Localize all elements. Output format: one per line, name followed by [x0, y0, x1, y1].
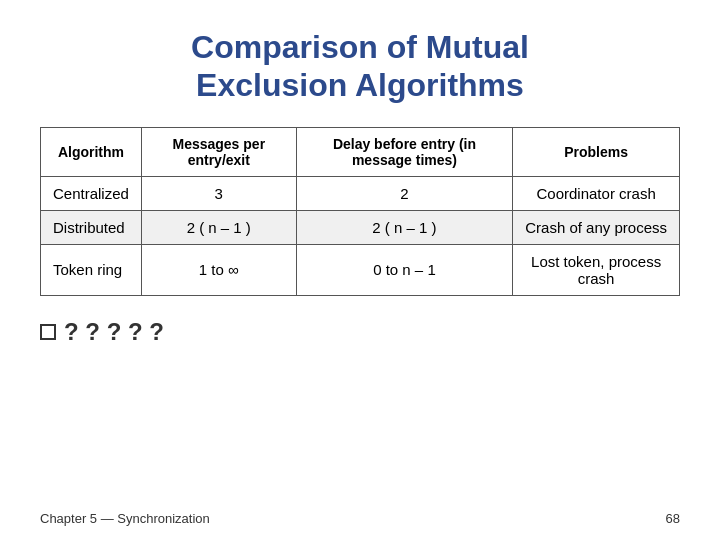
page-title: Comparison of Mutual Exclusion Algorithm…	[191, 28, 529, 105]
col-header-messages: Messages per entry/exit	[141, 127, 296, 176]
question-marks: ? ? ? ? ?	[64, 318, 164, 346]
comparison-table: Algorithm Messages per entry/exit Delay …	[40, 127, 680, 296]
col-header-problems: Problems	[513, 127, 680, 176]
col-header-algorithm: Algorithm	[41, 127, 142, 176]
messages-tokenring: 1 to ∞	[141, 244, 296, 295]
main-page: Comparison of Mutual Exclusion Algorithm…	[0, 0, 720, 540]
table-row: Distributed 2 ( n – 1 ) 2 ( n – 1 ) Cras…	[41, 210, 680, 244]
algo-tokenring: Token ring	[41, 244, 142, 295]
algo-centralized: Centralized	[41, 176, 142, 210]
problems-centralized: Coordinator crash	[513, 176, 680, 210]
algo-distributed: Distributed	[41, 210, 142, 244]
problems-distributed: Crash of any process	[513, 210, 680, 244]
messages-centralized: 3	[141, 176, 296, 210]
footer: Chapter 5 — Synchronization 68	[0, 511, 720, 526]
problems-tokenring: Lost token, process crash	[513, 244, 680, 295]
col-header-delay: Delay before entry (in message times)	[296, 127, 513, 176]
messages-distributed: 2 ( n – 1 )	[141, 210, 296, 244]
delay-distributed: 2 ( n – 1 )	[296, 210, 513, 244]
footer-page: 68	[666, 511, 680, 526]
table-row: Centralized 3 2 Coordinator crash	[41, 176, 680, 210]
footer-chapter: Chapter 5 — Synchronization	[40, 511, 210, 526]
delay-centralized: 2	[296, 176, 513, 210]
checkbox-icon[interactable]	[40, 324, 56, 340]
delay-tokenring: 0 to n – 1	[296, 244, 513, 295]
bottom-row: ? ? ? ? ?	[40, 318, 680, 346]
table-row: Token ring 1 to ∞ 0 to n – 1 Lost token,…	[41, 244, 680, 295]
